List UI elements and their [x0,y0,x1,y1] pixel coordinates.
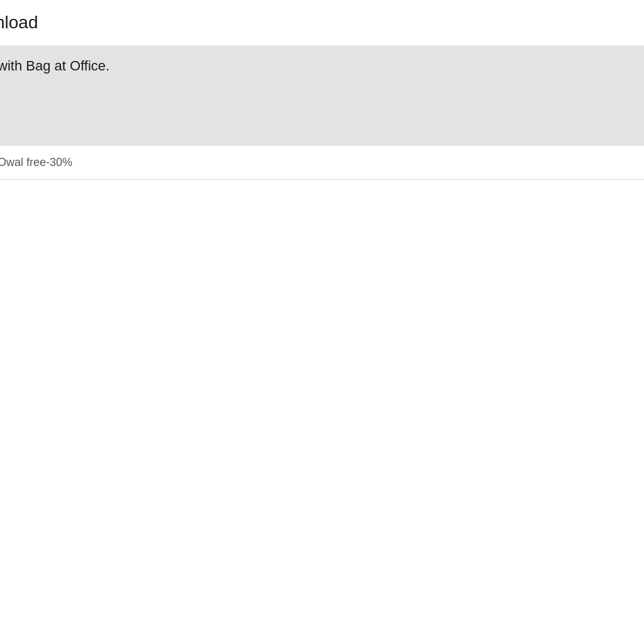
gray-box-section: with Bag at Office. [0,45,644,146]
page-title: nload [0,13,38,32]
empty-section [0,180,644,644]
header-section: nload [0,0,644,45]
gray-box-text: with Bag at Office. [0,58,109,74]
page-wrapper: nload with Bag at Office. Owal free-30% [0,0,644,644]
info-section: Owal free-30% [0,146,644,180]
info-text: Owal free-30% [0,156,72,169]
